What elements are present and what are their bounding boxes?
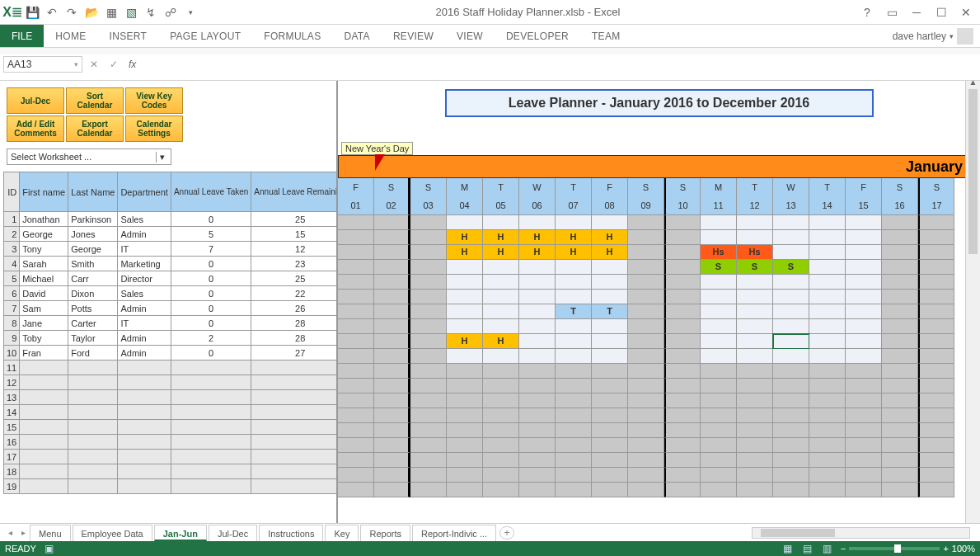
cal-cell[interactable] — [737, 334, 773, 349]
cal-cell[interactable] — [483, 468, 519, 483]
cal-cell[interactable] — [447, 483, 483, 497]
cal-cell[interactable] — [809, 334, 846, 349]
sheet-tab-jan-jun[interactable]: Jan-Jun — [154, 525, 207, 541]
cal-cell[interactable] — [556, 393, 592, 408]
save-icon[interactable]: 💾 — [23, 3, 41, 21]
cal-cell[interactable] — [773, 334, 809, 349]
table-row[interactable]: 2GeorgeJones Admin515 — [4, 227, 349, 242]
cal-cell[interactable] — [519, 453, 556, 468]
cal-cell[interactable] — [918, 423, 954, 438]
cal-cell[interactable] — [701, 408, 737, 423]
cal-cell[interactable] — [628, 215, 664, 230]
cal-cell[interactable] — [628, 260, 664, 275]
cal-cell[interactable] — [737, 230, 773, 245]
cal-cell[interactable] — [664, 364, 701, 379]
cal-cell[interactable] — [592, 260, 628, 275]
cal-cell[interactable] — [773, 408, 809, 423]
cal-cell[interactable] — [447, 319, 483, 334]
cal-cell[interactable] — [628, 275, 664, 290]
cal-cell[interactable] — [410, 275, 447, 290]
cal-cell[interactable] — [410, 393, 447, 408]
scroll-up-icon[interactable]: ▲ — [966, 76, 980, 89]
cal-cell[interactable]: H — [483, 245, 519, 260]
cal-cell[interactable] — [846, 408, 882, 423]
cal-cell[interactable] — [918, 245, 954, 260]
cal-cell[interactable] — [447, 438, 483, 453]
cal-cell[interactable] — [882, 438, 918, 453]
view-layout-icon[interactable]: ▤ — [801, 543, 814, 554]
cal-cell[interactable] — [556, 334, 592, 349]
cal-cell[interactable]: Hs — [701, 245, 737, 260]
cal-cell[interactable] — [338, 349, 374, 364]
cal-cell[interactable] — [846, 483, 882, 497]
cal-cell[interactable] — [664, 468, 701, 483]
cal-cell[interactable] — [592, 319, 628, 334]
cal-cell[interactable] — [374, 290, 410, 304]
accept-formula-icon[interactable]: ✓ — [106, 59, 122, 70]
cal-cell[interactable] — [846, 245, 882, 260]
cal-cell[interactable]: Hs — [737, 245, 773, 260]
cal-cell[interactable] — [556, 483, 592, 497]
cal-cell[interactable] — [519, 468, 556, 483]
cal-cell[interactable] — [846, 349, 882, 364]
cal-cell[interactable] — [809, 260, 846, 275]
cal-cell[interactable] — [773, 393, 809, 408]
cal-cell[interactable] — [664, 215, 701, 230]
cal-cell[interactable] — [701, 393, 737, 408]
file-tab[interactable]: FILE — [0, 25, 44, 47]
cal-cell[interactable] — [483, 438, 519, 453]
cal-cell[interactable] — [338, 260, 374, 275]
cal-cell[interactable] — [882, 275, 918, 290]
cal-cell[interactable] — [737, 423, 773, 438]
cal-cell[interactable] — [556, 468, 592, 483]
cal-cell[interactable] — [701, 319, 737, 334]
macro-btn-sort-calendar[interactable]: Sort Calendar — [66, 87, 124, 114]
cal-cell[interactable] — [882, 290, 918, 304]
cal-cell[interactable] — [519, 349, 556, 364]
cal-cell[interactable] — [846, 260, 882, 275]
cal-cell[interactable] — [701, 453, 737, 468]
cal-cell[interactable] — [737, 349, 773, 364]
table-row[interactable]: 9TobyTaylor Admin228 — [4, 331, 349, 346]
cal-cell[interactable] — [519, 364, 556, 379]
cal-cell[interactable]: T — [592, 304, 628, 319]
cal-cell[interactable] — [592, 290, 628, 304]
cal-cell[interactable] — [809, 275, 846, 290]
cal-cell[interactable] — [918, 483, 954, 497]
cal-cell[interactable] — [556, 438, 592, 453]
cal-cell[interactable] — [737, 483, 773, 497]
cal-cell[interactable] — [447, 349, 483, 364]
cal-cell[interactable] — [410, 364, 447, 379]
cal-cell[interactable] — [519, 334, 556, 349]
cal-cell[interactable] — [882, 304, 918, 319]
cal-cell[interactable] — [447, 364, 483, 379]
table-row[interactable]: 13 — [4, 390, 349, 405]
cal-cell[interactable] — [519, 304, 556, 319]
cal-cell[interactable] — [410, 245, 447, 260]
cal-cell[interactable] — [809, 364, 846, 379]
cal-cell[interactable] — [882, 364, 918, 379]
table-row[interactable]: 18 — [4, 464, 349, 479]
ribbon-tab-review[interactable]: REVIEW — [382, 25, 445, 47]
cal-cell[interactable] — [664, 379, 701, 393]
cal-cell[interactable] — [556, 349, 592, 364]
table-row[interactable]: 19 — [4, 479, 349, 494]
hscroll-thumb[interactable] — [761, 529, 835, 537]
cancel-formula-icon[interactable]: ✕ — [86, 59, 102, 70]
cal-cell[interactable] — [592, 349, 628, 364]
cal-cell[interactable] — [701, 423, 737, 438]
table-row[interactable]: 1JonathanParkinson Sales025 — [4, 212, 349, 227]
cal-cell[interactable]: S — [773, 260, 809, 275]
open-icon[interactable]: 📂 — [82, 3, 101, 21]
cal-cell[interactable] — [809, 304, 846, 319]
cal-cell[interactable] — [374, 453, 410, 468]
cal-cell[interactable] — [592, 453, 628, 468]
cal-cell[interactable] — [556, 275, 592, 290]
cal-cell[interactable] — [483, 260, 519, 275]
table-row[interactable]: 12 — [4, 375, 349, 390]
cal-cell[interactable] — [556, 364, 592, 379]
cal-cell[interactable] — [410, 438, 447, 453]
cal-cell[interactable] — [773, 319, 809, 334]
ribbon-tab-page-layout[interactable]: PAGE LAYOUT — [158, 25, 252, 47]
cal-cell[interactable] — [773, 275, 809, 290]
